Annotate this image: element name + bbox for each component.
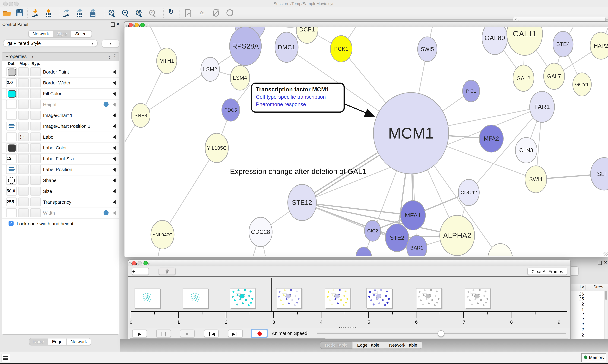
map-cell[interactable] <box>18 89 29 98</box>
share-document-icon[interactable] <box>183 9 193 18</box>
def-cell[interactable]: 12 <box>6 154 17 163</box>
byp-cell[interactable] <box>30 78 41 87</box>
node-ste4[interactable]: STE4 <box>553 31 573 57</box>
add-frame-button[interactable]: + <box>132 268 149 275</box>
table-cell-value[interactable]: 2 <box>570 302 584 306</box>
node-pck1[interactable]: PCK1 <box>331 36 352 62</box>
info-icon[interactable]: i <box>104 210 109 215</box>
previous-frame-button[interactable]: ❙◀ <box>204 329 219 337</box>
tab-node[interactable]: Node <box>29 338 48 345</box>
property-row-width[interactable]: Widthi <box>2 208 119 219</box>
expand-property-icon[interactable] <box>113 211 116 215</box>
node-snf3[interactable]: SNF3 <box>131 104 150 128</box>
def-cell[interactable] <box>6 122 17 130</box>
task-history-button[interactable] <box>1 354 10 362</box>
byp-cell[interactable] <box>30 208 41 217</box>
property-row-transparency[interactable]: 255Transparency <box>2 197 119 208</box>
zoom-selected-icon[interactable]: ✓ <box>148 9 158 18</box>
expand-all-icon[interactable]: ⌄⌄ <box>107 54 112 59</box>
tab-edge[interactable]: Edge <box>48 338 67 345</box>
node-gcy1[interactable]: GCY1 <box>573 73 591 96</box>
table-cell-value[interactable]: 2 <box>570 333 584 337</box>
node-mcm1[interactable]: MCM1 <box>373 92 449 174</box>
node-alpha2[interactable]: ALPHA2 <box>440 215 474 256</box>
node-pdc5[interactable]: PDC5 <box>222 99 240 121</box>
tab-style[interactable]: Style <box>53 30 71 37</box>
close-panel-icon[interactable]: ✕ <box>116 22 120 26</box>
map-cell[interactable] <box>18 187 29 195</box>
node-cln3[interactable]: CLN3 <box>515 137 537 163</box>
float-panel-icon[interactable] <box>111 23 115 27</box>
def-cell[interactable] <box>6 100 17 109</box>
table-cell-value[interactable]: 26 <box>570 292 584 296</box>
memory-button[interactable]: Memory <box>581 353 606 362</box>
node-gic2[interactable]: GIC2 <box>364 220 381 241</box>
map-cell[interactable] <box>18 67 29 76</box>
export-network-icon[interactable] <box>61 9 71 18</box>
property-row-label-font-size[interactable]: 12Label Font Size <box>2 153 119 165</box>
node-pis1[interactable]: PIS1 <box>463 80 480 102</box>
def-cell[interactable] <box>6 67 17 76</box>
node-rps28a[interactable]: RPS28A <box>230 27 262 65</box>
annotation-link[interactable]: Pheromone response <box>256 101 340 108</box>
next-frame-button[interactable]: ▶❙ <box>228 329 243 337</box>
expand-property-icon[interactable] <box>113 124 116 128</box>
export-image-icon[interactable] <box>88 9 98 18</box>
refresh-layout-icon[interactable]: ↻ <box>166 8 176 17</box>
property-row-image-chart-1[interactable]: Image/Chart 1 <box>2 110 119 121</box>
properties-header[interactable]: Properties <box>5 54 27 59</box>
tab-edge-table[interactable]: Edge Table <box>352 341 385 349</box>
delete-frame-button[interactable] <box>159 268 176 275</box>
properties-dropdown-icon[interactable]: ▾ <box>32 55 33 59</box>
expand-property-icon[interactable] <box>113 70 116 74</box>
window-minimize-icon[interactable] <box>9 1 13 6</box>
property-row-border-paint[interactable]: Border Paint <box>2 66 119 78</box>
expand-property-icon[interactable] <box>113 81 116 85</box>
playhead[interactable] <box>271 278 272 312</box>
node-mfa2[interactable]: MFA2 <box>479 125 503 152</box>
network-window-titlebar[interactable]: galFiltered.sif <box>124 22 608 27</box>
table-cell-value[interactable]: 1 <box>570 307 584 312</box>
byp-cell[interactable] <box>30 89 41 98</box>
tab-network[interactable]: Network <box>29 30 53 37</box>
style-options-button[interactable]: ▾ <box>102 39 120 48</box>
expand-property-icon[interactable] <box>113 146 116 150</box>
node-dcp1[interactable]: DCP1 <box>296 27 318 43</box>
frame-thumbnail-0[interactable] <box>135 288 160 308</box>
import-table-icon[interactable] <box>43 9 54 18</box>
expand-property-icon[interactable] <box>113 92 116 95</box>
byp-cell[interactable] <box>30 122 41 130</box>
tab-node-table[interactable]: Node Table <box>320 341 352 349</box>
lock-size-checkbox[interactable]: ✓ <box>9 221 14 226</box>
node-tup1[interactable]: TUP1 <box>488 244 513 256</box>
map-cell[interactable] <box>18 154 29 163</box>
node-gic1x[interactable] <box>356 247 372 256</box>
map-cell[interactable] <box>18 143 29 152</box>
map-cell[interactable] <box>18 122 29 130</box>
node-ste12[interactable]: STE12 <box>288 184 316 221</box>
def-cell[interactable] <box>6 143 17 152</box>
node-slt2[interactable]: SLT2 <box>591 158 608 190</box>
frame-thumbnail-3[interactable] <box>276 288 302 308</box>
byp-cell[interactable] <box>30 132 41 141</box>
expand-property-icon[interactable] <box>113 200 116 204</box>
node-dmc1[interactable]: DMC1 <box>275 32 298 62</box>
byp-cell[interactable] <box>30 67 41 76</box>
table-cell-value[interactable]: 2 <box>570 322 584 327</box>
def-cell[interactable] <box>6 208 17 217</box>
property-row-shape[interactable]: Shape <box>2 175 119 186</box>
map-cell[interactable] <box>18 176 29 185</box>
tab-select[interactable]: Select <box>71 30 91 37</box>
open-session-icon[interactable] <box>2 9 12 18</box>
def-cell[interactable] <box>6 132 17 141</box>
node-lsm4[interactable]: LSM4 <box>230 65 250 90</box>
tab-network-style[interactable]: Network <box>67 338 91 345</box>
record-button[interactable] <box>252 329 267 337</box>
property-row-label-color[interactable]: Label Color <box>2 143 119 154</box>
collapse-all-icon[interactable]: ⌃⌃ <box>112 54 117 59</box>
column-header-stress[interactable]: Stres <box>589 285 608 289</box>
def-cell[interactable] <box>6 176 17 185</box>
expand-property-icon[interactable] <box>113 103 116 106</box>
info-icon[interactable]: i <box>104 102 109 107</box>
table-scrollbar[interactable] <box>604 291 608 339</box>
